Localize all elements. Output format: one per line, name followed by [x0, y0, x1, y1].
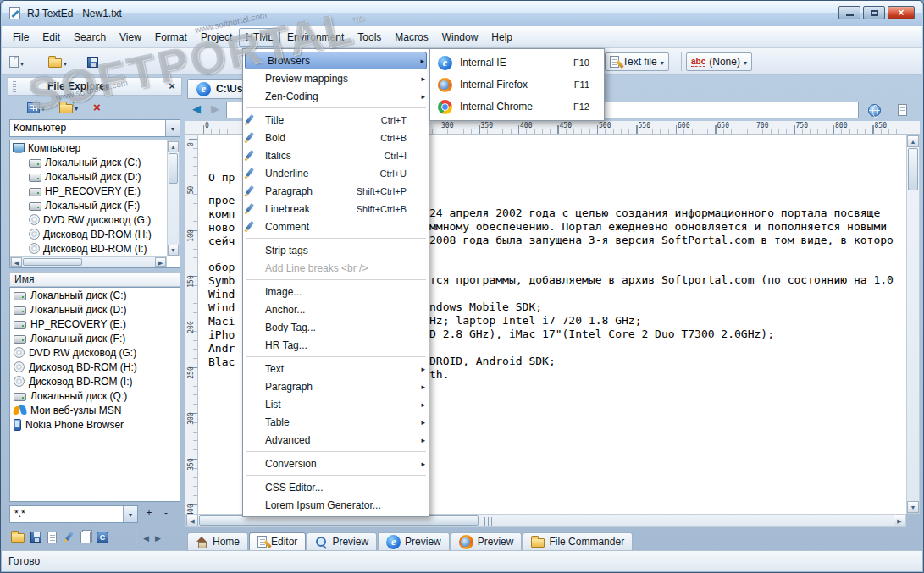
scrollbar-thumb[interactable]: [908, 148, 918, 190]
menu-item[interactable]: Zen-Coding ▸: [243, 87, 429, 105]
menubar-item[interactable]: Environment: [280, 28, 351, 47]
views-button[interactable]: [25, 99, 47, 116]
menu-item[interactable]: Comment: [243, 218, 429, 235]
tree-vertical-scrollbar[interactable]: ▲ ▼: [167, 140, 180, 256]
scroll-left-button[interactable]: ◀: [186, 515, 198, 526]
tree-item[interactable]: DVD RW дисковод (G:): [10, 212, 180, 227]
menu-item[interactable]: Conversion ▸: [243, 455, 429, 472]
delete-button[interactable]: [91, 99, 103, 116]
forward-button[interactable]: [207, 101, 224, 118]
tree-item[interactable]: Локальный диск (C:): [10, 155, 180, 169]
menubar-item[interactable]: Format: [148, 28, 194, 47]
scroll-up-button[interactable]: ▲: [907, 135, 919, 147]
scrollbar-thumb[interactable]: [23, 258, 82, 266]
menu-item[interactable]: Text ▸: [243, 360, 429, 377]
file-list[interactable]: Локальный диск (C:) Локальный диск (D:) …: [9, 287, 180, 502]
menubar-item[interactable]: Tools: [351, 28, 388, 47]
scroll-down-button[interactable]: ▼: [907, 501, 919, 513]
titlebar[interactable]: RJ TextEd - New1.txt ×: [2, 1, 922, 26]
menu-item[interactable]: Strip tags: [243, 241, 429, 259]
view-tab[interactable]: Preview: [307, 532, 377, 551]
menu-item[interactable]: Table ▸: [243, 413, 429, 431]
filter-remove-button[interactable]: -: [160, 507, 172, 521]
list-item[interactable]: Дисковод BD-ROM (H:): [10, 360, 180, 374]
tree-item[interactable]: Компьютер: [10, 140, 180, 155]
editor-vertical-scrollbar[interactable]: ▲ ▼: [906, 135, 920, 514]
panel-folder-button[interactable]: [11, 532, 25, 545]
menu-item[interactable]: Browsers ▸: [245, 52, 427, 69]
explorer-close-button[interactable]: [165, 80, 179, 93]
submenu-item[interactable]: Internal Firefox F11: [430, 74, 604, 96]
combo-dropdown-button[interactable]: [123, 506, 137, 522]
panel-save-button[interactable]: [30, 532, 41, 545]
panel-prev-button[interactable]: ◀: [143, 534, 149, 543]
menu-item[interactable]: Linebreak Shift+Ctrl+B: [243, 200, 429, 218]
menu-item[interactable]: Bold Ctrl+B: [243, 129, 429, 146]
list-item[interactable]: Дисковод BD-ROM (I:): [10, 374, 180, 388]
file-tree[interactable]: Компьютер Локальный диск (C:) Локальный …: [9, 140, 180, 268]
scroll-right-button[interactable]: ▶: [894, 515, 905, 526]
menu-item[interactable]: HR Tag...: [243, 336, 429, 354]
list-item[interactable]: Nokia Phone Browser: [10, 417, 180, 432]
maximize-button[interactable]: [863, 6, 885, 19]
menubar-item[interactable]: Edit: [36, 28, 67, 47]
panel-page-button[interactable]: [47, 532, 57, 546]
view-tab[interactable]: File Commander: [523, 532, 633, 551]
syntax-combo[interactable]: Text file: [605, 52, 669, 71]
menu-item[interactable]: CSS Editor...: [243, 478, 429, 496]
scroll-down-button[interactable]: ▼: [168, 245, 179, 256]
menubar-item[interactable]: HTML: [239, 28, 280, 47]
list-item[interactable]: DVD RW дисковод (G:): [10, 345, 180, 360]
name-column-header[interactable]: Имя: [9, 272, 180, 287]
tree-item[interactable]: Дисковод BD-ROM (I:): [10, 241, 180, 256]
tree-item[interactable]: Локальный диск (F:): [10, 198, 180, 212]
view-tab[interactable]: Home: [187, 532, 248, 551]
menu-item[interactable]: Preview mappings ▸: [243, 69, 429, 87]
menubar-item[interactable]: Help: [484, 28, 519, 47]
menu-item[interactable]: Title Ctrl+T: [243, 111, 429, 129]
list-item[interactable]: Локальный диск (C:): [10, 288, 180, 302]
menu-item[interactable]: Paragraph Shift+Ctrl+P: [243, 182, 429, 200]
tree-horizontal-scrollbar[interactable]: ◀ ▶: [10, 256, 167, 267]
view-tab[interactable]: Preview: [451, 532, 523, 551]
view-tab[interactable]: Preview: [378, 532, 450, 551]
menu-item[interactable]: Image...: [243, 283, 429, 300]
panel-console-button[interactable]: [97, 532, 108, 546]
scroll-right-button[interactable]: ▶: [155, 257, 166, 267]
browser-go-button[interactable]: [862, 101, 886, 119]
menu-item[interactable]: Body Tag...: [243, 318, 429, 336]
menu-item[interactable]: Lorem Ipsum Generator...: [243, 496, 429, 514]
menubar-item[interactable]: File: [6, 28, 36, 47]
menubar-item[interactable]: Window: [435, 28, 485, 47]
menubar-item[interactable]: Macros: [388, 28, 434, 47]
tree-item[interactable]: HP_RECOVERY (E:): [10, 184, 180, 198]
filter-add-button[interactable]: +: [143, 507, 155, 521]
menubar-item[interactable]: View: [113, 28, 148, 47]
panel-next-button[interactable]: ▶: [155, 534, 161, 543]
open-file-button[interactable]: [46, 52, 69, 72]
list-item[interactable]: HP_RECOVERY (E:): [10, 317, 180, 331]
submenu-item[interactable]: Internal Chrome F12: [430, 96, 604, 118]
filter-combo[interactable]: *.*: [9, 505, 138, 523]
new-file-button[interactable]: [7, 52, 26, 72]
menu-item[interactable]: Advanced ▸: [243, 431, 429, 449]
back-button[interactable]: [188, 101, 205, 118]
view-tab[interactable]: Editor: [249, 532, 306, 551]
list-item[interactable]: Локальный диск (F:): [10, 331, 180, 345]
menubar-item[interactable]: Search: [67, 28, 113, 47]
menu-item[interactable]: Italics Ctrl+I: [243, 146, 429, 164]
split-grip[interactable]: [484, 517, 498, 526]
tree-item[interactable]: Локальный диск (D:): [10, 169, 180, 184]
menu-item[interactable]: Paragraph ▸: [243, 377, 429, 395]
panel-copy-button[interactable]: [80, 532, 91, 546]
list-item[interactable]: Локальный диск (Q:): [10, 388, 180, 403]
save-button[interactable]: [85, 52, 101, 72]
explorer-header[interactable]: File Explorer: [8, 77, 182, 96]
menu-item[interactable]: Add Line breaks <br />: [243, 259, 429, 277]
scroll-up-button[interactable]: ▲: [168, 141, 179, 152]
menu-item[interactable]: List ▸: [243, 395, 429, 413]
minimize-button[interactable]: [838, 6, 860, 19]
menu-item[interactable]: Underline Ctrl+U: [243, 164, 429, 182]
menubar-item[interactable]: Project: [194, 28, 239, 47]
list-item[interactable]: Локальный диск (D:): [10, 302, 180, 317]
